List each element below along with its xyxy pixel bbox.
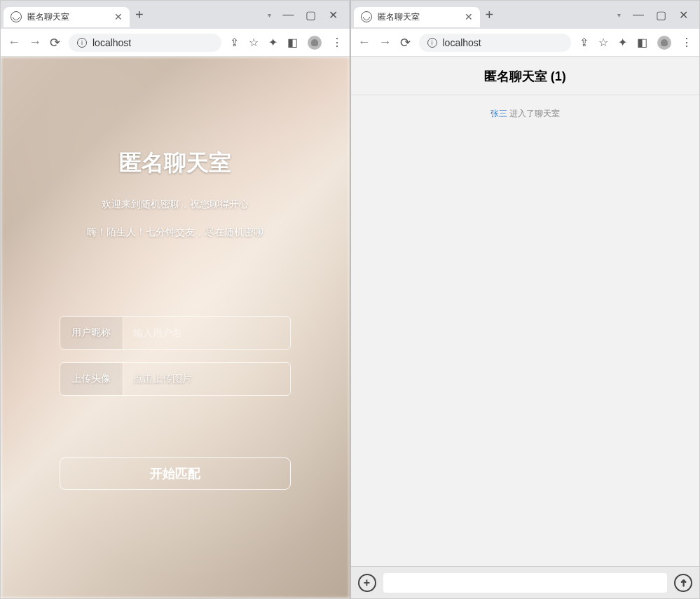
profile-icon[interactable] <box>657 36 671 50</box>
chat-messages: 张三 进入了聊天室 <box>351 95 700 566</box>
start-match-button[interactable]: 开始匹配 <box>60 457 291 490</box>
login-panel: 匿名聊天室 欢迎来到随机密聊，祝您聊得开心 嗨！陌生人！七分钟交友，尽在随机密聊… <box>1 57 350 598</box>
send-button[interactable]: ➜ <box>674 574 692 592</box>
new-tab-button[interactable]: + <box>135 7 144 23</box>
page-content-left: 匿名聊天室 欢迎来到随机密聊，祝您聊得开心 嗨！陌生人！七分钟交友，尽在随机密聊… <box>1 57 350 598</box>
window-controls: ▾ — ▢ ✕ <box>268 10 347 20</box>
avatar-upload[interactable]: 点击上传图片 <box>123 363 290 395</box>
browser-tab[interactable]: 匿名聊天室 ✕ <box>354 7 480 27</box>
menu-icon[interactable]: ⋮ <box>681 36 692 49</box>
star-icon[interactable]: ☆ <box>598 36 608 49</box>
page-content-right: 匿名聊天室 (1) 张三 进入了聊天室 + ➜ <box>351 57 700 598</box>
sidepanel-icon[interactable]: ◧ <box>287 36 298 49</box>
chat-area: 匿名聊天室 (1) 张三 进入了聊天室 + ➜ <box>351 57 700 598</box>
minimize-button[interactable]: — <box>633 10 643 20</box>
info-icon: i <box>77 38 87 48</box>
chat-input-bar: + ➜ <box>351 566 700 598</box>
close-window-button[interactable]: ✕ <box>329 10 338 20</box>
browser-window-left: 匿名聊天室 ✕ + ▾ — ▢ ✕ ← → ⟳ i localhost ⇪ ☆ … <box>0 0 350 599</box>
url-text: localhost <box>443 37 563 48</box>
profile-icon[interactable] <box>308 36 322 50</box>
forward-button[interactable]: → <box>29 35 41 50</box>
page-title: 匿名聊天室 <box>119 148 231 179</box>
system-user: 张三 <box>490 109 507 118</box>
menu-icon[interactable]: ⋮ <box>331 36 343 49</box>
nickname-label: 用户昵称 <box>60 317 123 349</box>
share-icon[interactable]: ⇪ <box>579 36 589 49</box>
globe-icon <box>11 11 22 22</box>
share-icon[interactable]: ⇪ <box>230 36 239 49</box>
browser-window-right: 匿名聊天室 ✕ + ▾ — ▢ ✕ ← → ⟳ i localhost ⇪ ☆ … <box>350 0 701 599</box>
avatar-label: 上传头像 <box>60 363 123 395</box>
browser-tab[interactable]: 匿名聊天室 ✕ <box>4 7 130 27</box>
extensions-icon[interactable]: ✦ <box>618 36 627 49</box>
avatar-row: 上传头像 点击上传图片 <box>60 362 291 396</box>
titlebar: 匿名聊天室 ✕ + ▾ — ▢ ✕ <box>1 1 350 29</box>
reload-button[interactable]: ⟳ <box>400 35 411 50</box>
browser-toolbar: ← → ⟳ i localhost ⇪ ☆ ✦ ◧ ⋮ <box>1 29 350 57</box>
chevron-down-icon[interactable]: ▾ <box>268 11 271 19</box>
close-window-button[interactable]: ✕ <box>678 10 688 20</box>
add-button[interactable]: + <box>358 574 376 592</box>
new-tab-button[interactable]: + <box>486 7 494 23</box>
nickname-input[interactable] <box>123 317 290 349</box>
tab-title: 匿名聊天室 <box>378 11 459 23</box>
plus-icon: + <box>364 577 370 589</box>
address-bar[interactable]: i localhost <box>419 34 572 52</box>
globe-icon <box>361 11 372 22</box>
nickname-row: 用户昵称 <box>60 316 291 350</box>
back-button[interactable]: ← <box>358 35 371 50</box>
chat-title: 匿名聊天室 (1) <box>351 57 700 95</box>
url-text: localhost <box>92 37 213 48</box>
reload-button[interactable]: ⟳ <box>50 35 60 50</box>
window-controls: ▾ — ▢ ✕ <box>617 10 696 20</box>
minimize-button[interactable]: — <box>284 10 294 20</box>
close-tab-icon[interactable]: ✕ <box>114 11 123 22</box>
subtitle-1: 欢迎来到随机密聊，祝您聊得开心 <box>102 198 249 211</box>
system-message: 张三 进入了聊天室 <box>358 108 693 120</box>
forward-button[interactable]: → <box>379 35 392 50</box>
back-button[interactable]: ← <box>8 35 20 50</box>
arrow-up-icon: ➜ <box>678 579 689 587</box>
subtitle-2: 嗨！陌生人！七分钟交友，尽在随机密聊 <box>87 226 263 239</box>
maximize-button[interactable]: ▢ <box>306 10 316 20</box>
titlebar: 匿名聊天室 ✕ + ▾ — ▢ ✕ <box>351 1 700 29</box>
system-text: 进入了聊天室 <box>507 109 560 118</box>
message-input[interactable] <box>383 573 668 593</box>
tab-title: 匿名聊天室 <box>27 11 109 23</box>
extensions-icon[interactable]: ✦ <box>268 36 277 49</box>
address-bar[interactable]: i localhost <box>69 34 221 52</box>
browser-toolbar: ← → ⟳ i localhost ⇪ ☆ ✦ ◧ ⋮ <box>351 29 700 57</box>
star-icon[interactable]: ☆ <box>249 36 259 49</box>
info-icon: i <box>427 38 437 48</box>
maximize-button[interactable]: ▢ <box>656 10 666 20</box>
chevron-down-icon[interactable]: ▾ <box>617 11 621 19</box>
close-tab-icon[interactable]: ✕ <box>465 11 473 22</box>
login-form: 用户昵称 上传头像 点击上传图片 <box>60 316 291 408</box>
sidepanel-icon[interactable]: ◧ <box>637 36 647 49</box>
